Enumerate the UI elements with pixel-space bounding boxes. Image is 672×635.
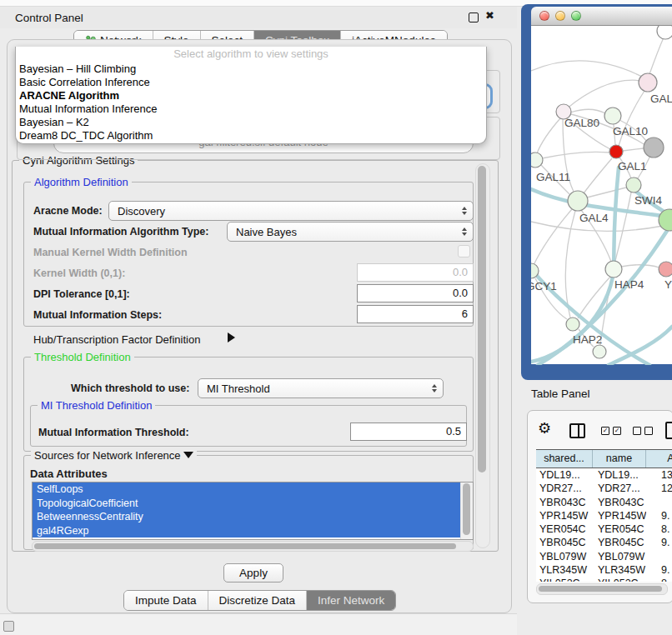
new-table-icon[interactable]: [665, 422, 672, 439]
algorithm-option-dream8-dc-tdc-algorithm[interactable]: Dream8 DC_TDC Algorithm: [16, 129, 486, 142]
column-header-shared[interactable]: shared...: [536, 450, 593, 468]
apply-button[interactable]: Apply: [223, 563, 283, 582]
column-header-a[interactable]: A: [646, 450, 672, 468]
attributes-hscrollbar-thumb[interactable]: [34, 543, 456, 549]
zoom-window-icon[interactable]: [571, 11, 581, 21]
node-hap4[interactable]: [605, 261, 622, 278]
mi-steps-input[interactable]: 6: [357, 305, 474, 323]
kernel-width-label: Kernel Width (0,1):: [33, 268, 125, 279]
table-row[interactable]: YIL052CYIL052C8.: [536, 577, 672, 582]
attributes-vscrollbar-thumb[interactable]: [463, 483, 470, 535]
columns-icon[interactable]: [569, 423, 585, 438]
node-y[interactable]: [659, 262, 672, 277]
attributes-hscrollbar[interactable]: [32, 541, 474, 552]
spinner-arrows-icon: [462, 207, 467, 215]
minimize-window-icon[interactable]: [555, 11, 565, 21]
table-cell: YBL079W: [536, 550, 593, 563]
tab-infer-network[interactable]: Infer Network: [306, 591, 395, 610]
node-gal1[interactable]: [609, 145, 623, 158]
tab-label: Discretize Data: [219, 594, 296, 607]
network-window[interactable]: GALGAL80GAL10GAL1GAL11SWI4GAL4GCY1HAP4YH…: [521, 4, 672, 380]
which-threshold-select[interactable]: MI Threshold: [198, 378, 444, 398]
node-label-gal11: GAL11: [536, 171, 570, 183]
mi-steps-label: Mutual Information Steps:: [33, 309, 162, 321]
which-threshold-label: Which threshold to use:: [71, 382, 189, 394]
select-all-checkboxes-icon[interactable]: ✓✓: [601, 427, 621, 435]
node[interactable]: [593, 345, 606, 358]
mi-threshold-label: Mutual Information Threshold:: [38, 427, 189, 438]
dpi-tolerance-input[interactable]: 0.0: [357, 284, 474, 302]
gear-icon[interactable]: ⚙: [538, 421, 551, 436]
table-cell: 8.: [646, 522, 672, 536]
node[interactable]: [657, 26, 672, 39]
table-row[interactable]: YBR043CYBR043C: [536, 496, 672, 509]
data-attributes-list[interactable]: SelfLoopsTopologicalCoefficientBetweenne…: [32, 482, 474, 540]
network-window-titlebar[interactable]: [531, 7, 672, 26]
node[interactable]: [659, 209, 672, 231]
table-row[interactable]: YLR345WYLR345W9.: [536, 563, 672, 577]
node-gal10[interactable]: [604, 108, 621, 124]
mi-algorithm-type-label: Mutual Information Algorithm Type:: [33, 226, 208, 238]
algorithm-option-basic-correlation-inference[interactable]: Basic Correlation Inference: [16, 76, 486, 89]
close-panel-button[interactable]: ✖: [485, 9, 494, 22]
table-cell: 9.: [646, 536, 672, 549]
node-label-gal1: GAL1: [618, 160, 647, 172]
table-cell: 8.: [646, 577, 672, 582]
algorithm-option-mutual-information-inference[interactable]: Mutual Information Inference: [16, 102, 486, 116]
node-label-gal4: GAL4: [579, 212, 609, 224]
aracne-mode-select[interactable]: Discovery: [108, 201, 474, 221]
close-window-icon[interactable]: [539, 11, 549, 21]
attribute-item-betweennesscentrality[interactable]: BetweennessCentrality: [33, 510, 460, 524]
column-header-name[interactable]: name: [593, 450, 646, 468]
node-hap2[interactable]: [566, 318, 579, 331]
tool-panel-icon[interactable]: [3, 621, 14, 632]
network-canvas-container[interactable]: GALGAL80GAL10GAL1GAL11SWI4GAL4GCY1HAP4YH…: [531, 26, 672, 364]
hub-definition-label[interactable]: Hub/Transcription Factor Definition: [33, 333, 200, 346]
attributes-vscrollbar[interactable]: [460, 482, 473, 539]
float-window-button[interactable]: [469, 12, 479, 22]
node-swi4[interactable]: [626, 178, 641, 192]
table-row[interactable]: YPR145WYPR145W9.: [536, 509, 672, 522]
tab-label: Infer Network: [318, 594, 384, 607]
manual-kernel-width-label: Manual Kernel Width Definition: [33, 247, 188, 258]
table-hscrollbar[interactable]: [536, 583, 668, 595]
manual-kernel-width-checkbox[interactable]: [458, 245, 470, 258]
table-cell: YLR345W: [593, 563, 646, 577]
table-cell: YBR045C: [536, 536, 593, 549]
attribute-item-gal4rgexp[interactable]: gal4RGexp: [33, 524, 460, 538]
deselect-all-checkboxes-icon[interactable]: [633, 427, 653, 435]
node-gal[interactable]: [639, 73, 657, 92]
tab-impute-data[interactable]: Impute Data: [124, 591, 208, 610]
node-label-gal10: GAL10: [613, 125, 648, 138]
table-row[interactable]: YBL079WYBL079W: [536, 550, 672, 563]
expand-arrow-icon[interactable]: [228, 332, 235, 342]
table-row[interactable]: YDR27...YDR27...12: [536, 482, 672, 495]
mi-algorithm-type-select[interactable]: Naive Bayes: [227, 222, 474, 242]
table-panel: ⚙ ✓✓ shared...nameA YDL19...YDL19...13YD…: [527, 410, 672, 603]
settings-scrollbar-thumb[interactable]: [478, 166, 486, 472]
attribute-item-selfloops[interactable]: SelfLoops: [33, 482, 460, 497]
mi-threshold-input[interactable]: 0.5: [350, 422, 467, 441]
algorithm-option-aracne-algorithm[interactable]: ARACNE Algorithm: [16, 89, 486, 102]
node-gal4[interactable]: [568, 191, 588, 211]
table-cell: YBR045C: [593, 536, 646, 549]
settings-scrollbar[interactable]: [475, 163, 490, 548]
kernel-width-input[interactable]: 0.0: [357, 263, 474, 282]
algorithm-definition-title: Algorithm Definition: [31, 176, 132, 188]
tab-discretize-data[interactable]: Discretize Data: [208, 591, 307, 610]
table-panel-title: Table Panel: [531, 388, 590, 400]
node-gal11[interactable]: [531, 152, 543, 168]
algorithm-option-bayesian-hill-climbing[interactable]: Bayesian – Hill Climbing: [16, 62, 486, 76]
collapse-arrow-icon[interactable]: [183, 452, 193, 458]
table-hscrollbar-thumb[interactable]: [539, 586, 662, 592]
algorithm-option-bayesian-k2[interactable]: Bayesian – K2: [16, 116, 486, 129]
attribute-item-topologicalcoefficient[interactable]: TopologicalCoefficient: [33, 497, 460, 511]
which-threshold-value: MI Threshold: [198, 382, 270, 395]
bottom-tabbar: Impute DataDiscretize DataInfer Network: [123, 590, 396, 611]
table-row[interactable]: YER054CYER054C8.: [536, 522, 672, 536]
node-label-hap4: HAP4: [614, 278, 644, 291]
node[interactable]: [644, 138, 664, 158]
table-row[interactable]: YDL19...YDL19...13: [536, 468, 672, 482]
table-row[interactable]: YBR045CYBR045C9.: [536, 536, 672, 549]
table-cell: 9.: [646, 563, 672, 577]
